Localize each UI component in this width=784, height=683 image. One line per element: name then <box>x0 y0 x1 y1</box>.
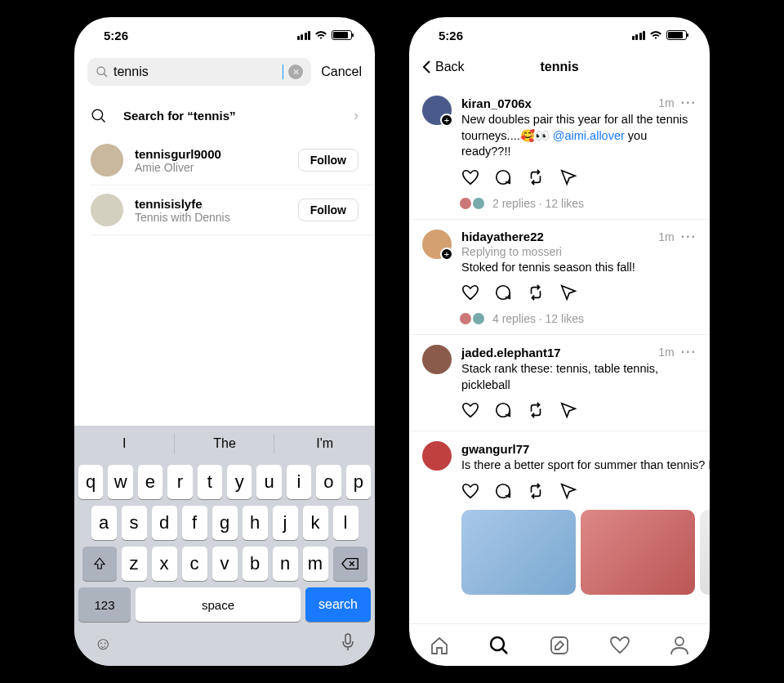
avatar[interactable] <box>422 345 452 374</box>
key-k[interactable]: k <box>303 506 328 540</box>
key-m[interactable]: m <box>303 547 328 581</box>
key-q[interactable]: q <box>78 465 103 499</box>
key-g[interactable]: g <box>212 506 238 540</box>
more-icon[interactable]: ··· <box>681 345 697 359</box>
suggestion[interactable]: I <box>74 426 175 462</box>
share-button[interactable] <box>559 482 577 503</box>
stats-row[interactable]: 2 replies · 12 likes <box>458 196 697 211</box>
avatar[interactable]: + <box>422 230 452 259</box>
backspace-key[interactable] <box>333 547 368 581</box>
stats-row[interactable]: 4 replies · 12 likes <box>458 311 697 326</box>
key-t[interactable]: t <box>198 465 222 499</box>
like-button[interactable] <box>461 482 479 503</box>
search-for-row[interactable]: Search for “tennis” › <box>74 96 375 136</box>
more-icon[interactable]: ··· <box>681 96 697 110</box>
home-icon[interactable] <box>429 635 450 656</box>
feed[interactable]: +kiran_0706x1m···New doubles pair this y… <box>409 86 710 623</box>
key-e[interactable]: e <box>138 465 163 499</box>
comment-button[interactable] <box>494 401 512 422</box>
key-i[interactable]: i <box>287 465 311 499</box>
post-username[interactable]: jaded.elephant17 <box>461 346 561 359</box>
key-w[interactable]: w <box>108 465 132 499</box>
cancel-button[interactable]: Cancel <box>321 65 362 79</box>
user-result[interactable]: tennisgurl9000 Amie Oliver Follow <box>74 136 375 185</box>
key-d[interactable]: d <box>152 506 177 540</box>
key-a[interactable]: a <box>91 506 117 540</box>
like-button[interactable] <box>461 283 479 305</box>
search-key[interactable]: search <box>305 587 371 622</box>
post-text: New doubles pair this year for all the t… <box>461 112 697 160</box>
mention[interactable]: @aimi.allover <box>553 129 625 142</box>
plus-icon[interactable]: + <box>440 114 453 127</box>
emoji-icon[interactable]: ☺ <box>94 633 112 656</box>
key-z[interactable]: z <box>122 547 147 581</box>
profile-icon[interactable] <box>669 635 690 656</box>
key-r[interactable]: r <box>167 465 192 499</box>
comment-button[interactable] <box>494 283 512 305</box>
heart-icon[interactable] <box>609 635 630 656</box>
key-o[interactable]: o <box>316 465 341 499</box>
svg-point-5 <box>491 637 504 650</box>
key-f[interactable]: f <box>182 506 207 540</box>
key-b[interactable]: b <box>243 547 268 581</box>
key-l[interactable]: l <box>333 506 359 540</box>
key-j[interactable]: j <box>273 506 298 540</box>
search-input-wrap[interactable]: ✕ <box>87 58 311 86</box>
share-button[interactable] <box>559 168 577 190</box>
suggestion[interactable]: The <box>175 426 275 462</box>
post-username[interactable]: gwangurl77 <box>461 442 529 456</box>
like-button[interactable] <box>461 401 479 422</box>
search-icon[interactable] <box>488 635 510 656</box>
key-y[interactable]: y <box>227 465 252 499</box>
post-actions <box>461 168 697 190</box>
key-s[interactable]: s <box>122 506 147 540</box>
clear-icon[interactable]: ✕ <box>288 65 303 79</box>
key-h[interactable]: h <box>243 506 268 540</box>
like-button[interactable] <box>461 168 479 190</box>
mic-icon[interactable] <box>341 633 355 656</box>
post-image[interactable] <box>700 510 710 595</box>
share-button[interactable] <box>559 401 577 422</box>
repost-button[interactable] <box>527 401 545 422</box>
post-image[interactable] <box>461 510 576 595</box>
repost-button[interactable] <box>527 283 545 305</box>
key-p[interactable]: p <box>346 465 371 499</box>
post-username[interactable]: kiran_0706x <box>461 96 532 110</box>
battery-icon <box>666 30 687 40</box>
space-key[interactable]: space <box>136 587 301 622</box>
post-text: Is there a better sport for summer than … <box>461 458 710 474</box>
post[interactable]: jaded.elephant171m···Stack rank these: t… <box>409 335 710 431</box>
post-image[interactable] <box>581 510 695 595</box>
post[interactable]: +kiran_0706x1m···New doubles pair this y… <box>409 86 710 219</box>
post[interactable]: gwangurl771m···Is there a better sport f… <box>409 431 710 603</box>
repost-button[interactable] <box>527 482 545 503</box>
key-n[interactable]: n <box>273 547 298 581</box>
post-text: Stack rank these: tennis, table tennis, … <box>461 361 697 393</box>
compose-icon[interactable] <box>549 635 570 656</box>
more-icon[interactable]: ··· <box>681 230 697 244</box>
follow-button[interactable]: Follow <box>298 199 359 221</box>
result-username: tennisgurl9000 <box>135 147 287 161</box>
key-c[interactable]: c <box>182 547 207 581</box>
search-input[interactable] <box>114 65 281 79</box>
svg-line-1 <box>104 74 107 77</box>
avatar[interactable]: + <box>422 96 452 125</box>
follow-button[interactable]: Follow <box>298 149 359 172</box>
shift-key[interactable] <box>82 547 117 581</box>
repost-button[interactable] <box>527 168 545 190</box>
comment-button[interactable] <box>494 168 512 190</box>
share-button[interactable] <box>559 283 577 305</box>
suggestion[interactable]: I'm <box>274 426 375 462</box>
key-v[interactable]: v <box>212 547 238 581</box>
post[interactable]: +hidayathere221m···Replying to mosseriSt… <box>409 220 710 335</box>
key-x[interactable]: x <box>152 547 177 581</box>
post-username[interactable]: hidayathere22 <box>461 230 544 243</box>
key-row: qwertyuiop <box>74 462 375 502</box>
back-button[interactable]: Back <box>422 60 465 74</box>
user-result[interactable]: tennisislyfe Tennis with Dennis Follow <box>74 185 375 234</box>
comment-button[interactable] <box>494 482 512 503</box>
avatar[interactable] <box>422 441 452 471</box>
numbers-key[interactable]: 123 <box>78 587 131 622</box>
plus-icon[interactable]: + <box>440 248 453 261</box>
key-u[interactable]: u <box>256 465 281 499</box>
